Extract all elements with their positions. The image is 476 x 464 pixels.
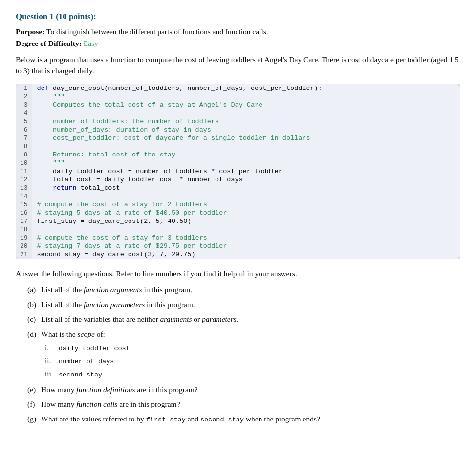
code-line: 15# compute the cost of a stay for 2 tod… — [16, 200, 460, 209]
part-item-d: (d)What is the scope of:i.daily_toddler_… — [27, 329, 460, 380]
code-line: 11 daily_toddler_cost = number_of_toddle… — [16, 167, 460, 176]
code-block: 1def day_care_cost(number_of_toddlers, n… — [16, 84, 460, 259]
mono-term1: first_stay — [146, 416, 186, 423]
purpose-label: Purpose: — [16, 27, 44, 36]
part-item-c: (c)List all of the variables that are ne… — [27, 313, 460, 325]
code-line: 5 number_of_toddlers: the number of todd… — [16, 117, 460, 126]
italic-term: function definitions — [76, 385, 135, 394]
purpose-text: To distinguish between the different par… — [46, 27, 268, 36]
mono-term2: second_stay — [200, 416, 244, 423]
line-content: daily_toddler_cost = number_of_toddlers … — [32, 167, 460, 176]
code-line: 4 — [16, 109, 460, 117]
code-line: 2 """ — [16, 92, 460, 101]
sub-item: iii.second_stay — [45, 368, 460, 380]
line-number: 4 — [16, 109, 32, 117]
line-number: 17 — [16, 217, 32, 225]
question-container: Question 1 (10 points): Purpose: To dist… — [16, 12, 460, 425]
line-number: 8 — [16, 142, 32, 151]
difficulty-label: Degree of Difficulty: — [16, 39, 82, 47]
purpose-line: Purpose: To distinguish between the diff… — [16, 27, 460, 36]
code-line: 16# staying 5 days at a rate of $40.50 p… — [16, 209, 460, 217]
line-number: 3 — [16, 101, 32, 109]
code-line: 17first_stay = day_care_cost(2, 5, 40.50… — [16, 217, 460, 225]
line-number: 16 — [16, 209, 32, 217]
line-number: 1 — [16, 84, 32, 92]
part-label: (a) — [27, 284, 41, 295]
line-content: Returns: total cost of the stay — [32, 151, 460, 159]
line-content: # compute the cost of a stay for 3 toddl… — [32, 234, 460, 242]
line-content: """ — [32, 159, 460, 167]
line-content: cost_per_toddler: cost of daycare for a … — [32, 134, 460, 142]
line-number: 6 — [16, 126, 32, 134]
line-number: 10 — [16, 159, 32, 167]
part-item-a: (a)List all of the function arguments in… — [27, 284, 460, 295]
line-content: number_of_days: duration of stay in days — [32, 126, 460, 134]
difficulty-value: Easy — [84, 39, 98, 47]
line-number: 5 — [16, 117, 32, 126]
code-line: 9 Returns: total cost of the stay — [16, 151, 460, 159]
part-label: (c) — [27, 313, 41, 325]
line-number: 14 — [16, 192, 32, 200]
line-number: 13 — [16, 184, 32, 192]
line-content: second_stay = day_care_cost(3, 7, 29.75) — [32, 250, 460, 259]
code-line: 1def day_care_cost(number_of_toddlers, n… — [16, 84, 460, 92]
question-title: Question 1 (10 points): — [16, 12, 460, 22]
part-item-g: (g)What are the values referred to by fi… — [27, 413, 460, 425]
line-content: Computes the total cost of a stay at Ang… — [32, 101, 460, 109]
code-line: 12 total_cost = daily_toddler_cost * num… — [16, 176, 460, 184]
code-line: 8 — [16, 142, 460, 151]
part-label: (d) — [27, 329, 41, 340]
line-number: 9 — [16, 151, 32, 159]
description-text: Below is a program that uses a function … — [16, 54, 460, 77]
sub-label: iii. — [45, 368, 59, 379]
italic-term: scope — [77, 330, 94, 338]
sub-item: i.daily_toddler_cost — [45, 342, 460, 354]
part-label: (e) — [27, 384, 41, 395]
line-number: 15 — [16, 200, 32, 209]
code-line: 20# staying 7 days at a rate of $29.75 p… — [16, 242, 460, 250]
code-line: 18 — [16, 225, 460, 234]
line-content: first_stay = day_care_cost(2, 5, 40.50) — [32, 217, 460, 225]
line-number: 7 — [16, 134, 32, 142]
line-number: 12 — [16, 176, 32, 184]
sub-list: i.daily_toddler_costii.number_of_daysiii… — [45, 342, 460, 380]
part-label: (g) — [27, 413, 41, 424]
line-content — [32, 225, 460, 234]
difficulty-line: Degree of Difficulty: Easy — [16, 39, 460, 48]
sub-code: daily_toddler_cost — [59, 345, 130, 352]
part-label: (f) — [27, 398, 41, 410]
italic-term2: parameters — [202, 315, 237, 323]
part-item-b: (b)List all of the function parameters i… — [27, 299, 460, 310]
sub-label: i. — [45, 342, 59, 353]
line-content: total_cost = daily_toddler_cost * number… — [32, 176, 460, 184]
line-content: # staying 5 days at a rate of $40.50 per… — [32, 209, 460, 217]
italic-term: function parameters — [84, 300, 145, 309]
italic-term: arguments — [160, 315, 192, 323]
italic-term: function arguments — [84, 286, 142, 294]
part-label: (b) — [27, 299, 41, 310]
sub-item: ii.number_of_days — [45, 355, 460, 367]
code-line: 3 Computes the total cost of a stay at A… — [16, 101, 460, 109]
sub-label: ii. — [45, 355, 59, 366]
line-number: 18 — [16, 225, 32, 234]
line-content — [32, 142, 460, 151]
line-content: return total_cost — [32, 184, 460, 192]
code-line: 21second_stay = day_care_cost(3, 7, 29.7… — [16, 250, 460, 259]
part-item-e: (e)How many function definitions are in … — [27, 384, 460, 395]
line-content: # staying 7 days at a rate of $29.75 per… — [32, 242, 460, 250]
line-number: 21 — [16, 250, 32, 259]
sub-code: number_of_days — [59, 358, 114, 365]
line-content — [32, 109, 460, 117]
code-line: 7 cost_per_toddler: cost of daycare for … — [16, 134, 460, 142]
instructions-text: Answer the following questions. Refer to… — [16, 268, 460, 279]
line-content: """ — [32, 92, 460, 101]
line-number: 2 — [16, 92, 32, 101]
line-content — [32, 192, 460, 200]
line-number: 11 — [16, 167, 32, 176]
code-line: 10 """ — [16, 159, 460, 167]
parts-list: (a)List all of the function arguments in… — [27, 284, 460, 425]
code-line: 13 return total_cost — [16, 184, 460, 192]
part-item-f: (f)How many function calls are in this p… — [27, 398, 460, 410]
line-content: number_of_toddlers: the number of toddle… — [32, 117, 460, 126]
code-line: 19# compute the cost of a stay for 3 tod… — [16, 234, 460, 242]
